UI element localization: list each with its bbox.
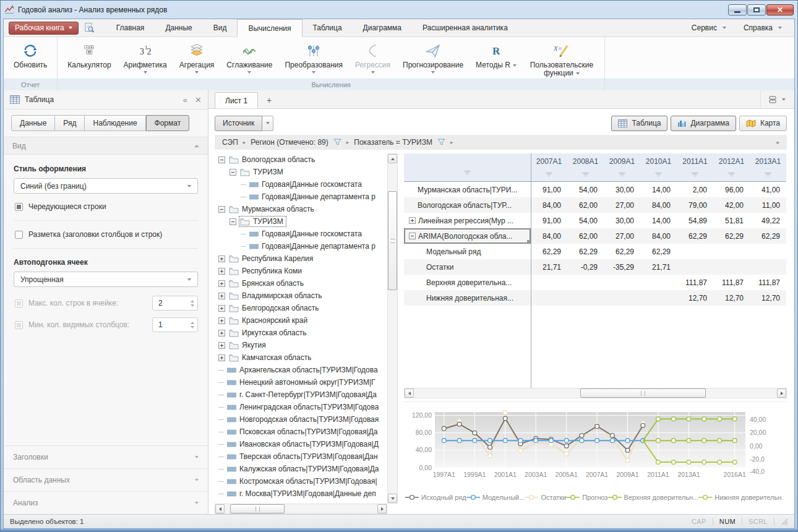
tree-item[interactable]: Якутия xyxy=(215,339,387,351)
min-cols-stepper[interactable]: 1 xyxy=(152,317,198,332)
legend-item[interactable]: Нижняя доверительн. xyxy=(698,494,783,501)
table-cell[interactable] xyxy=(604,275,640,290)
accordion-section[interactable]: Заголовки xyxy=(4,445,208,468)
table-cell[interactable] xyxy=(567,290,604,306)
panel-tab[interactable]: Наблюдение xyxy=(85,115,145,131)
accordion-section[interactable]: Анализ xyxy=(4,491,208,514)
scrollbar-thumb[interactable] xyxy=(580,388,706,398)
table-cell[interactable] xyxy=(750,259,786,275)
expand-icon[interactable] xyxy=(218,317,225,324)
tree-item[interactable]: Калужская область|ТУРИЗМ|Годовая|Да xyxy=(215,463,387,475)
scrollbar-thumb[interactable] xyxy=(388,191,397,290)
print-preview-button[interactable] xyxy=(81,21,97,35)
table-cell[interactable] xyxy=(567,275,604,290)
table-row-label[interactable]: Нижняя доверительная... xyxy=(404,290,531,306)
expand-icon[interactable] xyxy=(218,293,225,299)
table-cell[interactable]: 14,00 xyxy=(640,213,677,228)
sheet-tab[interactable]: Лист 1 xyxy=(215,92,258,108)
tree-item[interactable]: Белгородская область xyxy=(215,302,387,314)
filter-icon[interactable] xyxy=(728,169,735,180)
chart-view-button[interactable]: Диаграмма xyxy=(671,116,736,131)
ribbon-transformations-button[interactable]: Преобразования xyxy=(278,39,349,79)
breadcrumb-overflow-icon[interactable]: ▸ xyxy=(776,139,779,145)
expand-icon[interactable] xyxy=(218,268,225,275)
table-cell[interactable] xyxy=(750,244,786,259)
table-cell[interactable]: 62,29 xyxy=(713,228,750,244)
filter-icon[interactable] xyxy=(582,169,589,180)
collapse-icon[interactable] xyxy=(218,206,225,213)
ribbon-custom-functions-button[interactable]: X=Пользовательские функции xyxy=(523,39,601,79)
collapse-icon[interactable] xyxy=(230,218,236,225)
table-cell[interactable]: 62,29 xyxy=(640,244,677,259)
filter-icon[interactable] xyxy=(546,169,552,180)
tree-item[interactable]: Новгородская область|ТУРИЗМ|Годовая xyxy=(215,413,387,426)
resize-grip-icon[interactable] xyxy=(781,518,788,525)
autofit-select[interactable]: Упрощенная xyxy=(14,272,198,287)
table-cell[interactable] xyxy=(677,244,713,259)
table-cell[interactable]: -0,29 xyxy=(567,259,604,275)
table-cell[interactable] xyxy=(677,259,713,275)
panel-tab[interactable]: Формат xyxy=(146,115,190,131)
table-row-label[interactable]: Верхняя доверительна... xyxy=(404,275,531,290)
menu-dropdown[interactable]: Справка xyxy=(736,24,789,32)
scroll-left-button[interactable] xyxy=(215,504,225,513)
filter-icon[interactable] xyxy=(655,169,662,180)
source-button[interactable]: Источник xyxy=(215,116,273,131)
menu-tab[interactable]: Вид xyxy=(203,19,238,36)
menu-tab[interactable]: Расширенная аналитика xyxy=(412,19,518,36)
table-cell[interactable]: 21,71 xyxy=(531,259,567,275)
ribbon-refresh-button[interactable]: Обновить xyxy=(7,39,53,79)
ribbon-smoothing-button[interactable]: Сглаживание xyxy=(220,39,278,79)
tree-item[interactable]: Годовая|Данные департамента р xyxy=(215,191,387,203)
table-column-header[interactable]: 2012A1 xyxy=(713,153,750,182)
panel-tab[interactable]: Данные xyxy=(11,115,55,131)
time-series-chart[interactable]: 0,0040,0080,00120,0040,0020,000,00-20,0-… xyxy=(404,407,788,489)
tree-item[interactable]: Годовая|Данные госкомстата xyxy=(215,178,387,191)
tree-item[interactable]: Брянская область xyxy=(215,277,387,290)
table-cell[interactable]: 54,89 xyxy=(677,213,713,228)
close-button[interactable]: ✕ xyxy=(766,4,794,15)
table-cell[interactable]: 111,87 xyxy=(677,275,713,290)
section-view-header[interactable]: Вид xyxy=(4,137,208,155)
table-column-header[interactable]: 2013A1 xyxy=(750,153,786,182)
table-cell[interactable]: 30,00 xyxy=(604,213,640,228)
workbook-menu-button[interactable]: Рабочая книга xyxy=(9,22,79,35)
add-sheet-button[interactable]: + xyxy=(258,92,280,108)
tree-item[interactable]: Мурманская область xyxy=(215,203,387,215)
expand-icon[interactable] xyxy=(218,354,225,361)
table-cell[interactable]: 14,00 xyxy=(640,182,677,197)
table-cell[interactable]: 84,00 xyxy=(531,228,567,244)
ribbon-arithmetic-button[interactable]: 312Арифметика xyxy=(118,39,173,79)
filter-icon[interactable] xyxy=(333,139,341,146)
table-cell[interactable]: 27,00 xyxy=(604,228,640,244)
legend-item[interactable]: Исходный ряд xyxy=(405,494,466,501)
table-row-label[interactable]: Модельный ряд xyxy=(404,244,531,259)
table-cell[interactable]: 11,00 xyxy=(750,197,786,213)
table-cell[interactable]: 30,00 xyxy=(604,182,640,197)
alternating-rows-checkbox[interactable] xyxy=(15,203,23,211)
table-cell[interactable]: 42,00 xyxy=(713,197,750,213)
table-row-label[interactable]: Вологодская область|ТУР... xyxy=(404,197,531,213)
table-column-header[interactable]: 2010A1 xyxy=(640,153,677,182)
collapse-icon[interactable] xyxy=(409,233,416,239)
table-cell[interactable]: 84,00 xyxy=(640,197,677,213)
alternating-rows-checkbox-row[interactable]: Чередующиеся строки xyxy=(15,202,198,211)
stepper-arrows[interactable] xyxy=(187,318,197,332)
menu-tab[interactable]: Вычисления xyxy=(237,19,302,37)
table-cell[interactable]: 62,29 xyxy=(750,228,786,244)
expand-icon[interactable] xyxy=(218,280,225,287)
tree-item[interactable]: Ленинградская область|ТУРИЗМ|Годова xyxy=(215,401,387,413)
scroll-down-button[interactable] xyxy=(388,494,397,503)
minimize-button[interactable] xyxy=(728,4,747,15)
table-cell[interactable]: 111,87 xyxy=(713,275,750,290)
table-cell[interactable]: 62,29 xyxy=(677,228,713,244)
tree-item[interactable]: ТУРИЗМ xyxy=(215,166,387,178)
tree-item[interactable]: г. Москва|ТУРИЗМ|Годовая|Данные деп xyxy=(215,487,387,500)
table-cell[interactable]: 41,00 xyxy=(750,182,786,197)
tree-item[interactable]: Ивановская область|ТУРИЗМ|Годовая|Д xyxy=(215,438,387,450)
close-panel-button[interactable]: ✕ xyxy=(195,96,202,104)
layout-split-button[interactable] xyxy=(768,95,786,104)
table-view-button[interactable]: Таблица xyxy=(611,116,667,131)
markup-checkbox-row[interactable]: Разметка (заголовки столбцов и строк) xyxy=(15,230,198,239)
tree-item[interactable]: Иркутская область xyxy=(215,327,387,339)
